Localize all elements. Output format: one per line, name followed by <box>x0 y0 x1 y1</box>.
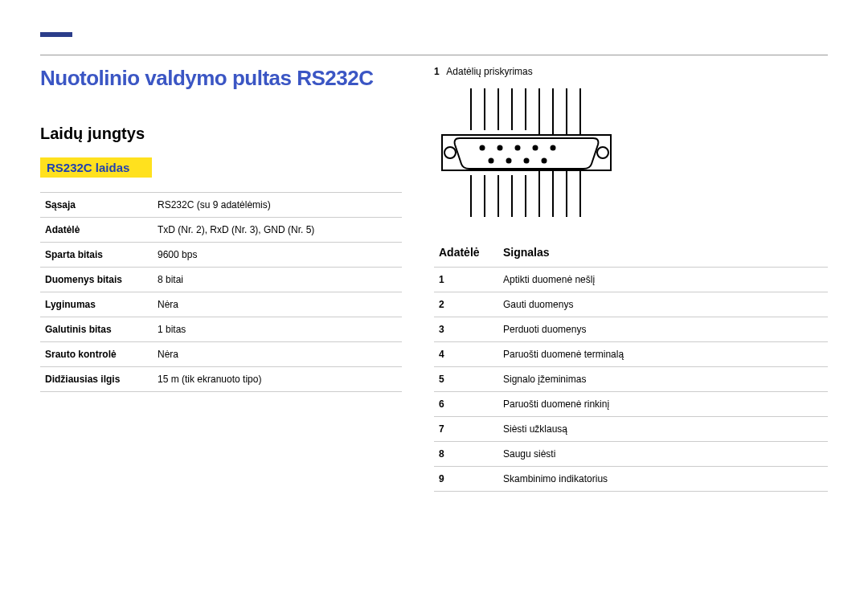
pin-signal: Paruošti duomenė terminalą <box>498 342 828 367</box>
table-row: Duomenys bitais8 bitai <box>40 268 402 292</box>
pin-num: 1 <box>434 268 498 292</box>
brand-rule <box>40 32 72 37</box>
table-row: Didžiausias ilgis15 m (tik ekranuoto tip… <box>40 367 402 392</box>
cable-label: RS232C laidas <box>40 157 152 178</box>
table-row: Sparta bitais9600 bps <box>40 243 402 268</box>
svg-point-24 <box>542 158 547 164</box>
table-row: 1Aptikti duomenė nešlį <box>434 268 828 292</box>
table-row: 5Signalo įžeminimas <box>434 367 828 392</box>
spec-val: 15 m (tik ekranuoto tipo) <box>153 367 402 392</box>
pin-header-signal: Signalas <box>498 241 828 268</box>
pin-signal: Gauti duomenys <box>498 292 828 317</box>
spec-val: 1 bitas <box>153 317 402 342</box>
spec-key: Galutinis bitas <box>40 317 153 342</box>
pin-signal: Signalo įžeminimas <box>498 367 828 392</box>
svg-point-21 <box>489 158 494 164</box>
pin-num: 4 <box>434 342 498 367</box>
table-row: 3Perduoti duomenys <box>434 317 828 342</box>
pin-caption: 1 Adatėlių priskyrimas <box>434 66 828 77</box>
spec-val: Nėra <box>153 342 402 367</box>
table-row: 2Gauti duomenys <box>434 292 828 317</box>
table-row: SąsajaRS232C (su 9 adatėlėmis) <box>40 193 402 218</box>
db9-connector-icon <box>434 88 619 217</box>
svg-point-22 <box>506 158 512 164</box>
svg-point-19 <box>533 145 538 151</box>
pin-table: Adatėlė Signalas 1Aptikti duomenė nešlį … <box>434 241 828 492</box>
pin-num: 9 <box>434 467 498 492</box>
svg-point-18 <box>515 145 521 151</box>
spec-key: Didžiausias ilgis <box>40 367 153 392</box>
section-subtitle: Laidų jungtys <box>40 125 402 143</box>
pin-signal: Paruošti duomenė rinkinį <box>498 392 828 417</box>
top-separator <box>40 55 828 55</box>
pin-signal: Saugu siėsti <box>498 442 828 467</box>
pin-caption-num: 1 <box>434 66 440 77</box>
table-row: 6Paruošti duomenė rinkinį <box>434 392 828 417</box>
pin-caption-text: Adatėlių priskyrimas <box>446 66 532 77</box>
table-row: LyginumasNėra <box>40 292 402 317</box>
pin-num: 7 <box>434 417 498 442</box>
table-row: Srauto kontrolėNėra <box>40 342 402 367</box>
spec-val: Nėra <box>153 292 402 317</box>
pin-header-pin: Adatėlė <box>434 241 498 268</box>
spec-val: RS232C (su 9 adatėlėmis) <box>153 193 402 218</box>
spec-key: Sąsaja <box>40 193 153 218</box>
spec-val: 9600 bps <box>153 243 402 268</box>
spec-key: Adatėlė <box>40 218 153 243</box>
pin-num: 3 <box>434 317 498 342</box>
svg-point-17 <box>497 145 503 151</box>
pin-signal: Skambinimo indikatorius <box>498 467 828 492</box>
pin-num: 8 <box>434 442 498 467</box>
spec-table: SąsajaRS232C (su 9 adatėlėmis) AdatėlėTx… <box>40 192 402 392</box>
table-row: 9Skambinimo indikatorius <box>434 467 828 492</box>
spec-val: 8 bitai <box>153 268 402 292</box>
table-row: Galutinis bitas1 bitas <box>40 317 402 342</box>
pin-num: 6 <box>434 392 498 417</box>
pin-signal: Aptikti duomenė nešlį <box>498 268 828 292</box>
pin-signal: Siėsti užklausą <box>498 417 828 442</box>
table-row: 4Paruošti duomenė terminalą <box>434 342 828 367</box>
svg-point-20 <box>551 145 556 151</box>
svg-point-23 <box>524 158 530 164</box>
pin-num: 2 <box>434 292 498 317</box>
svg-point-16 <box>480 145 485 151</box>
table-row: AdatėlėTxD (Nr. 2), RxD (Nr. 3), GND (Nr… <box>40 218 402 243</box>
pin-signal: Perduoti duomenys <box>498 317 828 342</box>
spec-key: Lyginumas <box>40 292 153 317</box>
page-title: Nuotolinio valdymo pultas RS232C <box>40 66 402 91</box>
table-row: 8Saugu siėsti <box>434 442 828 467</box>
table-row: 7Siėsti užklausą <box>434 417 828 442</box>
spec-key: Duomenys bitais <box>40 268 153 292</box>
spec-key: Sparta bitais <box>40 243 153 268</box>
spec-key: Srauto kontrolė <box>40 342 153 367</box>
pin-num: 5 <box>434 367 498 392</box>
spec-val: TxD (Nr. 2), RxD (Nr. 3), GND (Nr. 5) <box>153 218 402 243</box>
